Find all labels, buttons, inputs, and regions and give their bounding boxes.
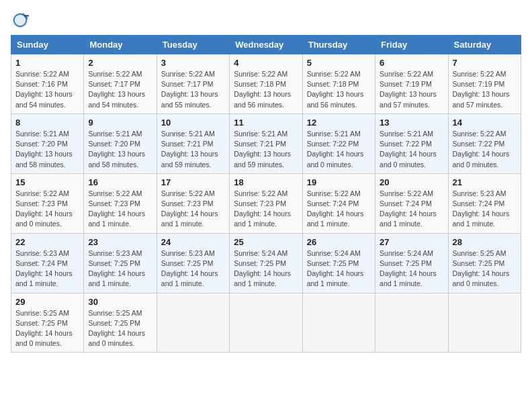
logo — [11, 11, 32, 30]
day-detail: Sunrise: 5:25 AM Sunset: 7:25 PM Dayligh… — [15, 308, 79, 349]
calendar-cell: 19Sunrise: 5:22 AM Sunset: 7:24 PM Dayli… — [302, 173, 375, 233]
calendar-cell: 3Sunrise: 5:22 AM Sunset: 7:17 PM Daylig… — [157, 54, 229, 114]
col-header-wednesday: Wednesday — [230, 36, 302, 54]
day-number: 3 — [161, 58, 225, 68]
day-detail: Sunrise: 5:25 AM Sunset: 7:25 PM Dayligh… — [453, 248, 517, 289]
col-header-thursday: Thursday — [302, 36, 375, 54]
day-detail: Sunrise: 5:22 AM Sunset: 7:18 PM Dayligh… — [307, 69, 371, 110]
calendar-cell: 27Sunrise: 5:24 AM Sunset: 7:25 PM Dayli… — [375, 233, 448, 293]
calendar-cell: 20Sunrise: 5:22 AM Sunset: 7:24 PM Dayli… — [375, 173, 448, 233]
day-number: 12 — [307, 118, 371, 128]
day-detail: Sunrise: 5:22 AM Sunset: 7:19 PM Dayligh… — [380, 69, 443, 110]
day-detail: Sunrise: 5:21 AM Sunset: 7:20 PM Dayligh… — [15, 129, 79, 170]
calendar-cell: 23Sunrise: 5:23 AM Sunset: 7:25 PM Dayli… — [84, 233, 157, 293]
page-header — [11, 11, 521, 30]
day-number: 15 — [15, 177, 79, 187]
day-number: 20 — [380, 177, 443, 187]
calendar-cell: 24Sunrise: 5:23 AM Sunset: 7:25 PM Dayli… — [157, 233, 229, 293]
day-detail: Sunrise: 5:21 AM Sunset: 7:21 PM Dayligh… — [234, 129, 298, 170]
day-detail: Sunrise: 5:24 AM Sunset: 7:25 PM Dayligh… — [380, 248, 443, 289]
calendar-cell: 18Sunrise: 5:22 AM Sunset: 7:23 PM Dayli… — [230, 173, 302, 233]
day-number: 21 — [453, 177, 517, 187]
day-number: 24 — [161, 237, 225, 247]
day-detail: Sunrise: 5:23 AM Sunset: 7:25 PM Dayligh… — [161, 248, 225, 289]
day-detail: Sunrise: 5:21 AM Sunset: 7:21 PM Dayligh… — [161, 129, 225, 170]
day-number: 16 — [88, 177, 152, 187]
calendar-cell: 12Sunrise: 5:21 AM Sunset: 7:22 PM Dayli… — [302, 113, 375, 173]
col-header-sunday: Sunday — [11, 36, 84, 54]
day-number: 30 — [88, 297, 152, 307]
day-number: 26 — [307, 237, 371, 247]
day-number: 7 — [453, 58, 517, 68]
calendar-cell: 2Sunrise: 5:22 AM Sunset: 7:17 PM Daylig… — [84, 54, 157, 114]
day-number: 22 — [15, 237, 79, 247]
day-detail: Sunrise: 5:22 AM Sunset: 7:24 PM Dayligh… — [380, 189, 443, 230]
day-detail: Sunrise: 5:22 AM Sunset: 7:17 PM Dayligh… — [161, 69, 225, 110]
day-number: 27 — [380, 237, 443, 247]
calendar-cell: 29Sunrise: 5:25 AM Sunset: 7:25 PM Dayli… — [11, 293, 84, 353]
day-number: 18 — [234, 177, 298, 187]
day-number: 13 — [380, 118, 443, 128]
day-number: 6 — [380, 58, 443, 68]
calendar-cell: 26Sunrise: 5:24 AM Sunset: 7:25 PM Dayli… — [302, 233, 375, 293]
calendar-cell: 15Sunrise: 5:22 AM Sunset: 7:23 PM Dayli… — [11, 173, 84, 233]
day-number: 23 — [88, 237, 152, 247]
calendar-cell: 9Sunrise: 5:21 AM Sunset: 7:20 PM Daylig… — [84, 113, 157, 173]
day-detail: Sunrise: 5:21 AM Sunset: 7:22 PM Dayligh… — [307, 129, 371, 170]
day-detail: Sunrise: 5:22 AM Sunset: 7:22 PM Dayligh… — [453, 129, 517, 170]
calendar-cell — [448, 293, 521, 353]
day-detail: Sunrise: 5:23 AM Sunset: 7:24 PM Dayligh… — [453, 189, 517, 230]
calendar-cell — [302, 293, 375, 353]
calendar-cell: 17Sunrise: 5:22 AM Sunset: 7:23 PM Dayli… — [157, 173, 229, 233]
day-detail: Sunrise: 5:22 AM Sunset: 7:23 PM Dayligh… — [88, 189, 152, 230]
day-number: 11 — [234, 118, 298, 128]
day-detail: Sunrise: 5:22 AM Sunset: 7:16 PM Dayligh… — [15, 69, 79, 110]
day-detail: Sunrise: 5:22 AM Sunset: 7:23 PM Dayligh… — [15, 189, 79, 230]
day-number: 25 — [234, 237, 298, 247]
day-detail: Sunrise: 5:24 AM Sunset: 7:25 PM Dayligh… — [307, 248, 371, 289]
day-number: 4 — [234, 58, 298, 68]
calendar-cell: 7Sunrise: 5:22 AM Sunset: 7:19 PM Daylig… — [448, 54, 521, 114]
calendar-cell: 13Sunrise: 5:21 AM Sunset: 7:22 PM Dayli… — [375, 113, 448, 173]
day-number: 10 — [161, 118, 225, 128]
col-header-friday: Friday — [375, 36, 448, 54]
calendar-cell: 28Sunrise: 5:25 AM Sunset: 7:25 PM Dayli… — [448, 233, 521, 293]
day-detail: Sunrise: 5:23 AM Sunset: 7:24 PM Dayligh… — [15, 248, 79, 289]
day-number: 19 — [307, 177, 371, 187]
day-detail: Sunrise: 5:22 AM Sunset: 7:23 PM Dayligh… — [161, 189, 225, 230]
col-header-tuesday: Tuesday — [157, 36, 229, 54]
calendar-cell — [375, 293, 448, 353]
calendar-cell: 1Sunrise: 5:22 AM Sunset: 7:16 PM Daylig… — [11, 54, 84, 114]
day-number: 29 — [15, 297, 79, 307]
day-number: 9 — [88, 118, 152, 128]
day-detail: Sunrise: 5:22 AM Sunset: 7:17 PM Dayligh… — [88, 69, 152, 110]
calendar-cell: 8Sunrise: 5:21 AM Sunset: 7:20 PM Daylig… — [11, 113, 84, 173]
day-number: 8 — [15, 118, 79, 128]
calendar-cell: 10Sunrise: 5:21 AM Sunset: 7:21 PM Dayli… — [157, 113, 229, 173]
col-header-saturday: Saturday — [448, 36, 521, 54]
day-detail: Sunrise: 5:25 AM Sunset: 7:25 PM Dayligh… — [88, 308, 152, 349]
day-number: 17 — [161, 177, 225, 187]
calendar-cell: 21Sunrise: 5:23 AM Sunset: 7:24 PM Dayli… — [448, 173, 521, 233]
calendar-cell: 25Sunrise: 5:24 AM Sunset: 7:25 PM Dayli… — [230, 233, 302, 293]
calendar-cell — [157, 293, 229, 353]
col-header-monday: Monday — [84, 36, 157, 54]
day-detail: Sunrise: 5:22 AM Sunset: 7:23 PM Dayligh… — [234, 189, 298, 230]
calendar-cell: 4Sunrise: 5:22 AM Sunset: 7:18 PM Daylig… — [230, 54, 302, 114]
calendar-cell: 11Sunrise: 5:21 AM Sunset: 7:21 PM Dayli… — [230, 113, 302, 173]
day-number: 1 — [15, 58, 79, 68]
day-detail: Sunrise: 5:23 AM Sunset: 7:25 PM Dayligh… — [88, 248, 152, 289]
calendar-table: SundayMondayTuesdayWednesdayThursdayFrid… — [11, 35, 521, 353]
day-detail: Sunrise: 5:21 AM Sunset: 7:20 PM Dayligh… — [88, 129, 152, 170]
day-detail: Sunrise: 5:21 AM Sunset: 7:22 PM Dayligh… — [380, 129, 443, 170]
calendar-cell: 22Sunrise: 5:23 AM Sunset: 7:24 PM Dayli… — [11, 233, 84, 293]
day-number: 5 — [307, 58, 371, 68]
day-number: 28 — [453, 237, 517, 247]
calendar-cell: 6Sunrise: 5:22 AM Sunset: 7:19 PM Daylig… — [375, 54, 448, 114]
calendar-cell: 30Sunrise: 5:25 AM Sunset: 7:25 PM Dayli… — [84, 293, 157, 353]
calendar-cell: 16Sunrise: 5:22 AM Sunset: 7:23 PM Dayli… — [84, 173, 157, 233]
calendar-cell: 14Sunrise: 5:22 AM Sunset: 7:22 PM Dayli… — [448, 113, 521, 173]
day-detail: Sunrise: 5:22 AM Sunset: 7:18 PM Dayligh… — [234, 69, 298, 110]
calendar-cell — [230, 293, 302, 353]
day-detail: Sunrise: 5:24 AM Sunset: 7:25 PM Dayligh… — [234, 248, 298, 289]
